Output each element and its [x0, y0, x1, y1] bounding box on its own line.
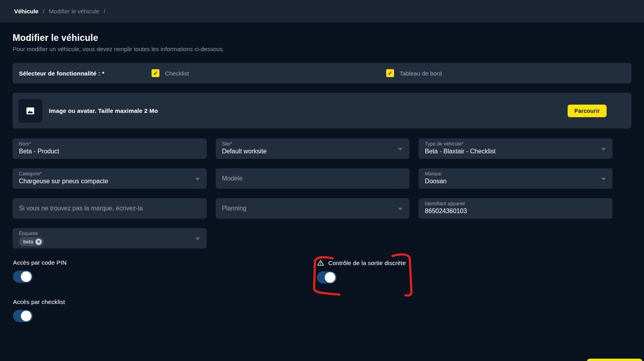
image-icon: [25, 106, 35, 116]
breadcrumb-separator: /: [43, 8, 44, 15]
toggles-section: Accès par code PIN Contrôle de la sortie…: [13, 255, 631, 350]
site-label: Site*: [222, 141, 403, 147]
modele-placeholder: Modèle: [222, 175, 242, 182]
sortie-discrete-toggle[interactable]: [317, 271, 337, 284]
identifiant-appareil-label: Identifiant appareil: [425, 201, 606, 206]
categorie-value: Chargeuse sur pneus compacte: [19, 178, 200, 185]
nom-field[interactable]: Nom* Beta - Product: [13, 138, 207, 159]
planning-placeholder: Planning: [222, 205, 246, 212]
etiquette-select[interactable]: Étiquette beta ✕: [13, 228, 207, 249]
vehicle-form: Nom* Beta - Product Site* Default worksi…: [13, 138, 613, 249]
type-vehicule-label: Type de véhicule*: [425, 141, 606, 147]
site-select[interactable]: Site* Default worksite: [216, 138, 410, 159]
checklist-checkbox[interactable]: ✓: [152, 69, 159, 77]
categorie-label: Catégorie*: [19, 171, 200, 177]
image-upload-bar: Image ou avatar. Taille maximale 2 Mo Pa…: [13, 93, 631, 129]
tableau-de-bord-checkbox[interactable]: ✓: [386, 69, 394, 77]
image-upload-tile[interactable]: [19, 99, 42, 123]
identifiant-appareil-value: 865024360103: [425, 208, 606, 215]
sortie-discrete-label: Contrôle de la sortie discrète: [328, 260, 406, 266]
marque-label: Marque: [425, 171, 606, 177]
marque-libre-placeholder: Si vous ne trouvez pas la marque, écrive…: [19, 205, 143, 212]
sortie-discrete-label-row: Contrôle de la sortie discrète: [317, 259, 406, 267]
page-title: Modifier le véhicule: [6, 33, 631, 43]
marque-select[interactable]: Marque Doosan: [418, 168, 613, 189]
acces-checklist-group: Accès par checklist: [13, 298, 65, 322]
nom-value: Beta - Product: [19, 148, 200, 155]
browse-button[interactable]: Parcourir: [568, 105, 607, 117]
modele-input[interactable]: Modèle: [216, 168, 410, 189]
chevron-down-icon: [195, 238, 200, 240]
acces-pin-group: Accès par code PIN: [13, 259, 67, 283]
tableau-de-bord-checkbox-label: Tableau de bord: [400, 70, 442, 77]
chevron-down-icon: [601, 148, 606, 151]
breadcrumb: Véhicule / Modifier le véhicule /: [0, 0, 644, 22]
breadcrumb-vehicule[interactable]: Véhicule: [14, 8, 39, 15]
chevron-down-icon: [601, 178, 606, 180]
nom-label: Nom*: [19, 141, 200, 147]
etiquette-tags: beta ✕: [19, 237, 200, 246]
toggle-knob: [325, 272, 335, 283]
sortie-discrete-group: Contrôle de la sortie discrète: [317, 259, 406, 284]
type-vehicule-value: Beta - Blaxtair - Checklist: [425, 148, 606, 155]
breadcrumb-modifier[interactable]: Modifier le véhicule: [49, 8, 99, 15]
categorie-select[interactable]: Catégorie* Chargeuse sur pneus compacte: [13, 168, 207, 189]
acces-checklist-label: Accès par checklist: [13, 298, 65, 305]
etiquette-label: Étiquette: [19, 231, 200, 236]
checkbox-group-tableau: ✓ Tableau de bord: [386, 69, 442, 77]
tag-chip-label: beta: [23, 239, 33, 245]
feature-selector-label: Sélecteur de fonctionnalité : *: [19, 70, 104, 77]
type-vehicule-select[interactable]: Type de véhicule* Beta - Blaxtair - Chec…: [418, 138, 613, 159]
marque-libre-input[interactable]: Si vous ne trouvez pas la marque, écrive…: [13, 198, 207, 219]
acces-pin-toggle[interactable]: [13, 271, 33, 283]
chevron-down-icon: [195, 178, 200, 180]
checkbox-group-checklist: ✓ Checklist: [152, 69, 189, 77]
identifiant-appareil-field[interactable]: Identifiant appareil 865024360103: [418, 198, 613, 219]
marque-value: Doosan: [425, 178, 606, 185]
site-value: Default worksite: [222, 148, 403, 155]
toggle-knob: [21, 271, 31, 282]
tag-chip: beta ✕: [19, 237, 44, 246]
acces-pin-label: Accès par code PIN: [13, 259, 67, 266]
chevron-down-icon: [398, 148, 403, 151]
feature-selector-bar: Sélecteur de fonctionnalité : * ✓ Checkl…: [13, 63, 631, 83]
chevron-down-icon: [398, 208, 403, 210]
breadcrumb-separator: /: [104, 8, 105, 15]
warning-icon: [317, 259, 324, 267]
page-subtitle: Pour modifier un véhicule, vous devez re…: [13, 46, 631, 52]
image-upload-text: Image ou avatar. Taille maximale 2 Mo: [49, 107, 158, 114]
remove-tag-icon[interactable]: ✕: [35, 239, 42, 245]
planning-select[interactable]: Planning: [216, 198, 410, 219]
checklist-checkbox-label: Checklist: [165, 70, 189, 77]
acces-checklist-toggle[interactable]: [13, 310, 33, 322]
toggle-knob: [21, 311, 31, 321]
submit-button[interactable]: [587, 359, 642, 361]
